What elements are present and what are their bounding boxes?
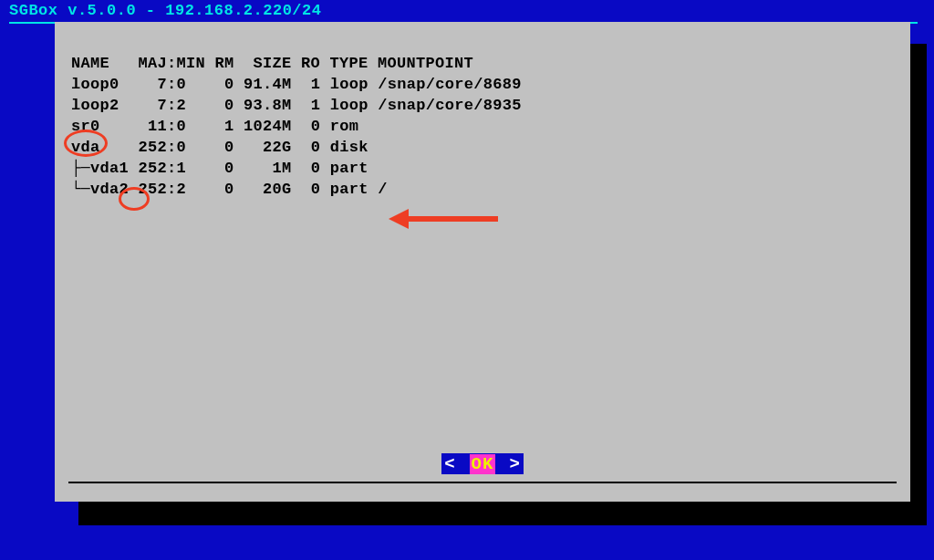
title-bar: SGBox v.5.0.0 - 192.168.2.220/24 <box>0 0 934 21</box>
title-text: SGBox v.5.0.0 - 192.168.2.220/24 <box>9 2 321 19</box>
dialog-rule <box>68 482 897 483</box>
table-row: └─vda2 252:2 0 20G 0 part / <box>71 181 388 198</box>
table-row: loop2 7:2 0 93.8M 1 loop /snap/core/8935 <box>71 97 522 114</box>
table-row: ├─vda1 252:1 0 1M 0 part <box>71 160 378 177</box>
dialog-box: NAME MAJ:MIN RM SIZE RO TYPE MOUNTPOINT … <box>55 22 910 502</box>
button-row: < OK > <box>55 453 910 474</box>
table-row: sr0 11:0 1 1024M 0 rom <box>71 118 378 135</box>
ok-button[interactable]: < OK > <box>441 453 524 474</box>
ok-button-label: OK <box>470 454 496 474</box>
lsblk-header: NAME MAJ:MIN RM SIZE RO TYPE MOUNTPOINT <box>71 55 473 72</box>
table-row: loop0 7:0 0 91.4M 1 loop /snap/core/8689 <box>71 76 522 93</box>
table-row: vda 252:0 0 22G 0 disk <box>71 139 378 156</box>
chevron-right-icon: > <box>506 454 523 474</box>
chevron-left-icon: < <box>441 454 458 474</box>
lsblk-output: NAME MAJ:MIN RM SIZE RO TYPE MOUNTPOINT … <box>71 53 894 200</box>
